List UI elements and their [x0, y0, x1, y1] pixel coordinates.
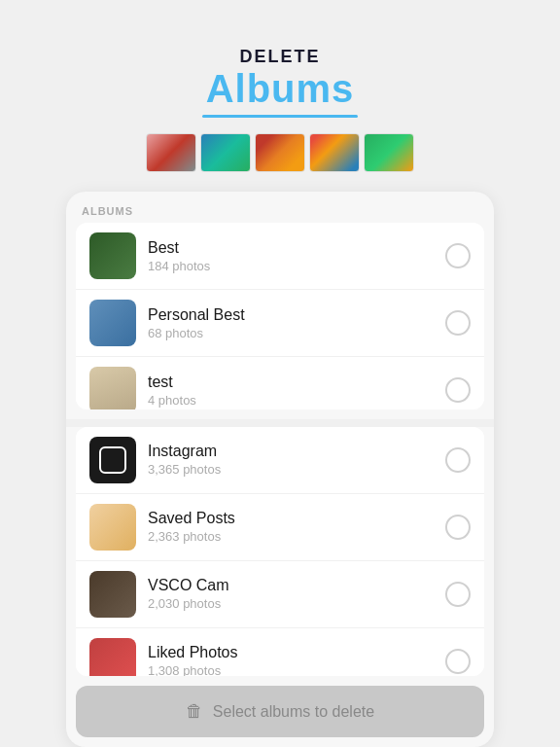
album-info-best: Best 184 photos: [148, 239, 445, 273]
album-item-liked-photos[interactable]: Liked Photos 1,308 photos: [76, 628, 484, 676]
album-count-test: 4 photos: [148, 393, 445, 408]
album-count-personal-best: 68 photos: [148, 326, 445, 340]
preview-thumb-4: [309, 133, 360, 172]
album-count-best: 184 photos: [148, 259, 445, 273]
album-info-personal-best: Personal Best 68 photos: [148, 306, 445, 340]
album-thumb-liked-photos: [89, 638, 136, 676]
album-name-test: test: [148, 374, 445, 391]
preview-thumb-2: [200, 133, 251, 172]
album-item-saved-posts[interactable]: Saved Posts 2,363 photos: [76, 494, 484, 561]
album-thumb-saved-posts: [89, 504, 136, 551]
album-info-liked-photos: Liked Photos 1,308 photos: [148, 644, 445, 676]
select-button-label: Select albums to delete: [213, 703, 374, 721]
preview-thumb-5: [364, 133, 414, 172]
album-radio-instagram[interactable]: [445, 447, 471, 473]
album-item-vsco-cam[interactable]: VSCO Cam 2,030 photos: [76, 561, 484, 628]
album-info-instagram: Instagram 3,365 photos: [148, 443, 445, 477]
album-thumb-test: [89, 367, 136, 409]
album-radio-personal-best[interactable]: [445, 310, 471, 336]
title-underline: [202, 115, 358, 118]
instagram-icon: [99, 446, 126, 474]
album-thumb-personal-best: [89, 300, 136, 346]
album-name-saved-posts: Saved Posts: [148, 510, 445, 527]
album-thumb-best: [89, 232, 136, 279]
album-thumb-instagram: [89, 437, 136, 483]
album-name-best: Best: [148, 239, 445, 257]
album-item-test[interactable]: test 4 photos: [76, 357, 484, 409]
album-count-vsco-cam: 2,030 photos: [148, 596, 445, 611]
album-name-instagram: Instagram: [148, 443, 445, 460]
preview-thumb-3: [255, 133, 305, 172]
preview-thumb-1: [146, 133, 196, 172]
album-name-personal-best: Personal Best: [148, 306, 445, 324]
album-info-saved-posts: Saved Posts 2,363 photos: [148, 510, 445, 544]
album-radio-vsco-cam[interactable]: [445, 582, 471, 607]
album-radio-liked-photos[interactable]: [445, 649, 471, 674]
album-count-instagram: 3,365 photos: [148, 462, 445, 477]
album-item-best[interactable]: Best 184 photos: [76, 223, 484, 290]
album-info-vsco-cam: VSCO Cam 2,030 photos: [148, 577, 445, 611]
album-radio-test[interactable]: [445, 377, 471, 403]
trash-icon: 🗑: [186, 701, 203, 722]
album-item-personal-best[interactable]: Personal Best 68 photos: [76, 290, 484, 357]
preview-strip: [146, 133, 414, 172]
album-name-vsco-cam: VSCO Cam: [148, 577, 445, 594]
album-count-saved-posts: 2,363 photos: [148, 529, 445, 544]
album-item-instagram[interactable]: Instagram 3,365 photos: [76, 427, 484, 494]
album-name-liked-photos: Liked Photos: [148, 644, 445, 661]
album-thumb-vsco-cam: [89, 571, 136, 618]
user-albums-list: Best 184 photos Personal Best 68 photos …: [76, 223, 484, 409]
album-radio-saved-posts[interactable]: [445, 515, 471, 540]
main-card: ALBUMS Best 184 photos Personal Best 68 …: [66, 192, 494, 747]
album-info-test: test 4 photos: [148, 374, 445, 408]
delete-title: DELETE: [202, 47, 358, 67]
page-header: DELETE Albums: [202, 47, 358, 118]
album-radio-best[interactable]: [445, 243, 471, 268]
album-count-liked-photos: 1,308 photos: [148, 663, 445, 676]
albums-title: Albums: [202, 67, 358, 111]
albums-section-label: ALBUMS: [66, 192, 494, 223]
select-button[interactable]: 🗑 Select albums to delete: [76, 686, 484, 737]
section-divider: [66, 419, 494, 426]
system-albums-list: Instagram 3,365 photos Saved Posts 2,363…: [76, 427, 484, 676]
